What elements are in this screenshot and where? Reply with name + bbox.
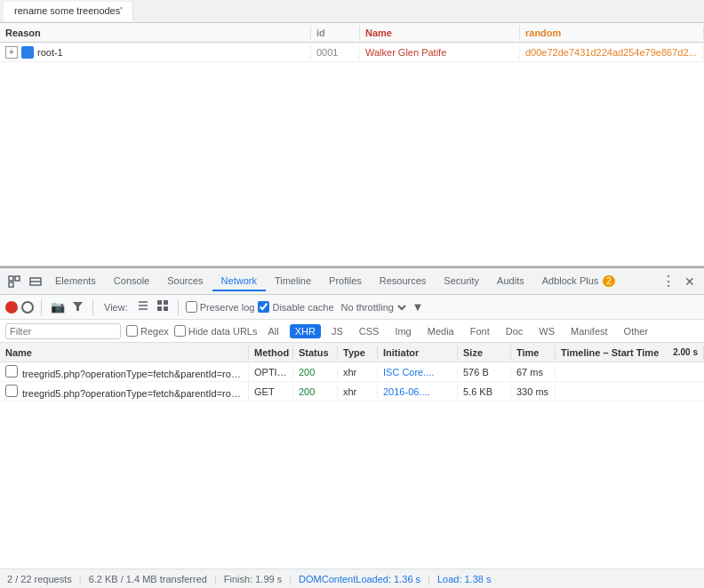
tab-timeline[interactable]: Timeline xyxy=(266,272,320,291)
timeline-0 xyxy=(556,362,704,382)
timeline-scale: 2.00 s xyxy=(673,347,698,357)
timeline-1 xyxy=(556,382,704,401)
list-view-icon[interactable] xyxy=(135,298,151,316)
filter-ws-btn[interactable]: WS xyxy=(533,324,560,338)
tree-row[interactable]: + root-1 0001 Walker Glen Patife d00e72d… xyxy=(0,43,704,62)
top-area: rename some treenodes' Reason id Name ra… xyxy=(0,0,704,266)
nc-type-1: xhr xyxy=(338,385,378,399)
disable-cache-checkbox[interactable] xyxy=(258,301,269,313)
dock-icon[interactable] xyxy=(25,271,46,292)
row-checkbox-0[interactable] xyxy=(5,365,18,377)
tab-audits[interactable]: Audits xyxy=(488,272,533,291)
preserve-log-checkbox[interactable] xyxy=(186,301,197,313)
throttle-dropdown-icon[interactable]: ▼ xyxy=(412,300,424,314)
filter-manifest-btn[interactable]: Manifest xyxy=(565,324,613,338)
tab-security[interactable]: Security xyxy=(435,272,488,291)
devtools-panel: Elements Console Sources Network Timelin… xyxy=(0,266,704,588)
tree-cell-name: Walker Glen Patife xyxy=(360,45,520,60)
svg-rect-9 xyxy=(157,300,162,305)
nh-size: Size xyxy=(458,346,511,360)
status-requests: 2 / 22 requests xyxy=(7,574,72,584)
tab-console[interactable]: Console xyxy=(105,272,158,291)
tree-col-reason: Reason xyxy=(0,26,311,40)
warn-badge: 2 xyxy=(603,275,615,287)
separator-3 xyxy=(178,299,179,315)
row-checkbox-1[interactable] xyxy=(5,385,18,397)
preserve-log-label[interactable]: Preserve log xyxy=(186,301,255,313)
nh-status: Status xyxy=(293,346,338,360)
tree-cell-random: d00e72de7431d224ad254e79e867d2... xyxy=(520,45,704,60)
nc-name-1: treegrid5.php?operationType=fetch&parent… xyxy=(0,383,249,401)
separator-1 xyxy=(41,299,42,315)
nc-initiator-1[interactable]: 2016-06.... xyxy=(378,385,458,399)
tab-adblock[interactable]: Adblock Plus 2 xyxy=(533,272,624,291)
nh-timeline: Timeline – Start Time 2.00 s xyxy=(556,346,704,360)
devtools-tabs: Elements Console Sources Network Timelin… xyxy=(0,268,704,295)
status-finish: Finish: 1.99 s xyxy=(224,574,282,584)
tab-sources[interactable]: Sources xyxy=(158,272,212,291)
filter-doc-btn[interactable]: Doc xyxy=(500,324,529,338)
regex-label[interactable]: Regex xyxy=(126,325,169,337)
nh-time: Time xyxy=(511,346,556,360)
tab-profiles[interactable]: Profiles xyxy=(320,272,371,291)
disable-cache-label[interactable]: Disable cache xyxy=(258,301,333,313)
network-table-header: Name Method Status Type Initiator Size T… xyxy=(0,343,704,362)
hide-data-checkbox[interactable] xyxy=(174,325,186,337)
status-transferred: 6.2 KB / 1.4 MB transferred xyxy=(89,574,207,584)
filter-img-btn[interactable]: Img xyxy=(389,324,416,338)
nc-status-0: 200 xyxy=(293,365,338,379)
tree-col-name: Name xyxy=(360,26,520,40)
filter-font-btn[interactable]: Font xyxy=(465,324,495,338)
filter-media-btn[interactable]: Media xyxy=(422,324,460,338)
inspect-icon[interactable] xyxy=(4,271,25,292)
view-label: View: xyxy=(104,302,128,313)
regex-checkbox[interactable] xyxy=(126,325,138,337)
more-menu-icon[interactable]: ⋮ xyxy=(658,271,679,292)
filter-xhr-btn[interactable]: XHR xyxy=(290,324,321,338)
nc-time-0: 67 ms xyxy=(511,365,556,379)
filter-js-btn[interactable]: JS xyxy=(326,324,348,338)
tab-network[interactable]: Network xyxy=(212,272,266,291)
svg-rect-0 xyxy=(9,276,13,281)
status-bar: 2 / 22 requests | 6.2 KB / 1.4 MB transf… xyxy=(0,568,704,588)
tree-cell-reason: + root-1 xyxy=(0,44,311,60)
clear-button[interactable] xyxy=(21,301,34,314)
node-icon xyxy=(21,46,34,59)
network-row[interactable]: treegrid5.php?operationType=fetch&parent… xyxy=(0,362,704,382)
svg-rect-10 xyxy=(164,300,168,305)
camera-icon[interactable]: 📷 xyxy=(49,298,67,315)
nc-method-0: OPTIO... xyxy=(249,365,293,379)
main-tab[interactable]: rename some treenodes' xyxy=(4,2,133,21)
network-row[interactable]: treegrid5.php?operationType=fetch&parent… xyxy=(0,382,704,401)
status-domcontent[interactable]: DOMContentLoaded: 1.36 s xyxy=(299,574,420,584)
svg-rect-11 xyxy=(157,306,162,311)
filter-all-btn[interactable]: All xyxy=(262,324,284,338)
filter-input[interactable] xyxy=(5,323,121,339)
separator-2 xyxy=(92,299,93,315)
nh-initiator: Initiator xyxy=(378,346,458,360)
nc-size-1: 5.6 KB xyxy=(458,385,511,399)
svg-rect-1 xyxy=(9,282,13,287)
filter-css-btn[interactable]: CSS xyxy=(354,324,385,338)
nc-initiator-0[interactable]: ISC Core.... xyxy=(378,365,458,379)
close-devtools-icon[interactable]: ✕ xyxy=(679,271,700,292)
record-button[interactable] xyxy=(5,301,18,314)
status-load[interactable]: Load: 1.38 s xyxy=(437,574,492,584)
expand-icon[interactable]: + xyxy=(5,46,18,59)
filter-icon[interactable] xyxy=(70,298,85,316)
nh-name: Name xyxy=(0,346,249,360)
grid-view-icon[interactable] xyxy=(155,298,171,316)
nc-name-0: treegrid5.php?operationType=fetch&parent… xyxy=(0,363,249,381)
nc-size-0: 576 B xyxy=(458,365,511,379)
svg-rect-2 xyxy=(15,276,20,281)
tab-elements[interactable]: Elements xyxy=(46,272,105,291)
filter-other-btn[interactable]: Other xyxy=(619,324,654,338)
hide-data-label[interactable]: Hide data URLs xyxy=(174,325,258,337)
nc-type-0: xhr xyxy=(338,365,378,379)
tab-resources[interactable]: Resources xyxy=(371,272,436,291)
nc-time-1: 330 ms xyxy=(511,385,556,399)
network-toolbar: 📷 View: Preserve log Disable cache No th… xyxy=(0,295,704,320)
nh-method: Method xyxy=(249,346,293,360)
nh-type: Type xyxy=(338,346,378,360)
throttle-select[interactable]: No throttling xyxy=(338,301,409,314)
